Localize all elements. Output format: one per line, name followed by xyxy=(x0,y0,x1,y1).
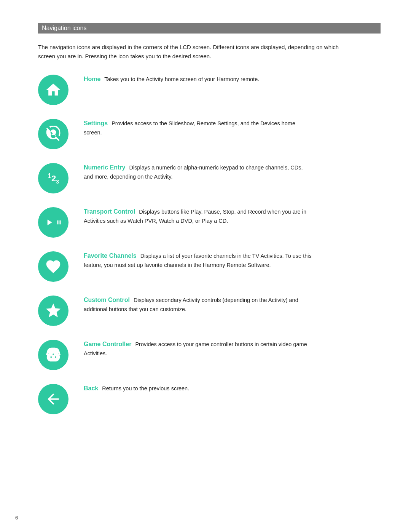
settings-label: Settings xyxy=(84,120,108,126)
pause-icon xyxy=(56,219,62,226)
transport-icon xyxy=(44,217,62,227)
home-icon xyxy=(45,81,62,98)
transport-icon-circle xyxy=(38,207,68,238)
back-icon xyxy=(45,391,62,407)
game-icon-circle xyxy=(38,340,68,370)
list-item-custom: Custom Control Displays secondary Activi… xyxy=(38,296,381,326)
custom-desc: Custom Control Displays secondary Activi… xyxy=(84,296,312,313)
star-icon xyxy=(45,302,62,320)
custom-icon-circle xyxy=(38,296,68,326)
home-label: Home xyxy=(84,76,100,82)
list-item-back: Back Returns you to the previous screen. xyxy=(38,384,381,414)
section-header: Navigation icons xyxy=(38,23,381,34)
custom-label: Custom Control xyxy=(84,297,130,303)
settings-icon-circle xyxy=(38,119,68,149)
back-desc: Back Returns you to the previous screen. xyxy=(84,384,189,393)
numeric-icon: 123 xyxy=(48,173,59,184)
numeric-desc: Numeric Entry Displays a numeric or alph… xyxy=(84,163,312,181)
transport-label: Transport Control xyxy=(84,208,135,215)
list-item-game: Game Controller Provides access to your … xyxy=(38,340,381,370)
heart-icon xyxy=(45,258,62,275)
play-icon xyxy=(44,217,54,227)
list-item-home: Home Takes you to the Activity home scre… xyxy=(38,75,381,105)
game-desc: Game Controller Provides access to your … xyxy=(84,340,312,358)
settings-text: Provides access to the Slideshow, Remote… xyxy=(84,120,295,136)
page-number: 6 xyxy=(15,515,18,521)
home-desc: Home Takes you to the Activity home scre… xyxy=(84,75,259,84)
favorites-desc: Favorite Channels Displays a list of you… xyxy=(84,251,312,269)
favorites-label: Favorite Channels xyxy=(84,252,137,259)
settings-icon xyxy=(45,126,62,142)
numeric-icon-circle: 123 xyxy=(38,163,68,193)
settings-desc: Settings Provides access to the Slidesho… xyxy=(84,119,312,137)
home-text: Takes you to the Activity home screen of… xyxy=(104,76,259,82)
transport-desc: Transport Control Displays buttons like … xyxy=(84,207,312,225)
home-icon-circle xyxy=(38,75,68,105)
gamepad-icon xyxy=(45,346,62,364)
back-icon-circle xyxy=(38,384,68,414)
list-item-transport: Transport Control Displays buttons like … xyxy=(38,207,381,238)
game-label: Game Controller xyxy=(84,341,131,347)
favorites-icon-circle xyxy=(38,251,68,282)
list-item-settings: Settings Provides access to the Slidesho… xyxy=(38,119,381,149)
list-item-numeric: 123 Numeric Entry Displays a numeric or … xyxy=(38,163,381,193)
intro-text: The navigation icons are displayed in th… xyxy=(38,43,350,61)
numeric-label: Numeric Entry xyxy=(84,164,125,171)
list-item-favorites: Favorite Channels Displays a list of you… xyxy=(38,251,381,282)
back-text: Returns you to the previous screen. xyxy=(102,385,189,391)
back-label: Back xyxy=(84,385,98,391)
